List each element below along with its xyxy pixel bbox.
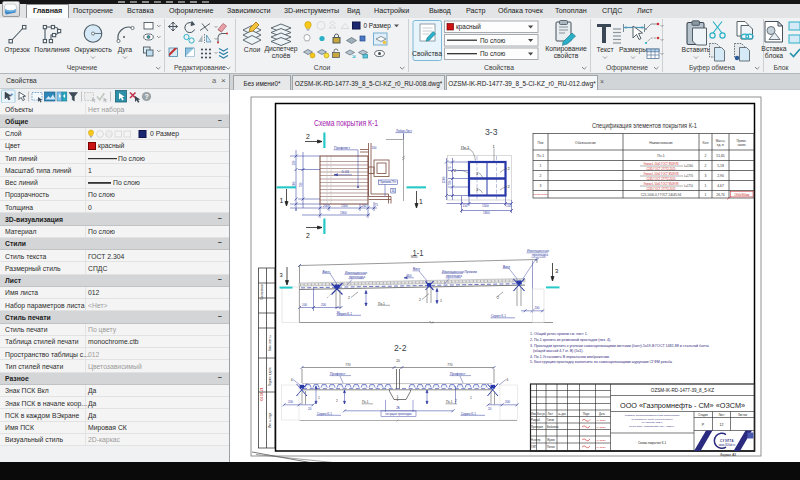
svg-text:Профнастил: Профнастил <box>533 193 548 196</box>
svg-text:3: 3 <box>705 174 707 178</box>
svg-text:блока: блока <box>765 52 784 59</box>
svg-text:1: 1 <box>397 398 399 402</box>
svg-text:Винт: Винт <box>503 265 511 269</box>
svg-text:200: 200 <box>372 146 377 150</box>
svg-text:150: 150 <box>292 160 296 165</box>
svg-text:Отрезок: Отрезок <box>4 46 30 54</box>
svg-text:2Б: 2Б <box>396 406 400 410</box>
svg-text:20: 20 <box>488 407 492 411</box>
svg-text:200: 200 <box>288 400 293 404</box>
svg-text:С245 ГОСТ 27772-2015: С245 ГОСТ 27772-2015 <box>646 187 676 191</box>
svg-text:Подп.: Подп. <box>583 412 590 416</box>
svg-text:770: 770 <box>447 363 453 367</box>
svg-text:1. Общий уклон кровли см. лист: 1. Общий уклон кровли см. лист 1. <box>530 332 588 336</box>
svg-text:1: 1 <box>419 198 423 205</box>
svg-text:770: 770 <box>345 363 351 367</box>
svg-text:3: 3 <box>540 184 542 188</box>
svg-text:04.10.21: 04.10.21 <box>260 387 264 400</box>
svg-text:Винт: Винт <box>413 267 421 271</box>
svg-text:Листов: Листов <box>738 413 748 417</box>
svg-text:(общей массой 4,7 кг. В) (5х1): (общей массой 4,7 кг. В) (5х1). <box>533 349 584 353</box>
svg-text:Пк-1: Пк-1 <box>378 302 385 306</box>
svg-text:6: 6 <box>507 378 509 382</box>
svg-text:Изоляционная: Изоляционная <box>442 270 464 274</box>
svg-text:Профлист: Профлист <box>334 146 350 150</box>
svg-text:3. Прокладки крепить к уголкам: 3. Прокладки крепить к уголкам самонарез… <box>530 344 709 348</box>
svg-text:Взам. инв. №: Взам. инв. № <box>268 335 272 351</box>
svg-text:+: + <box>10 91 13 97</box>
svg-text:Изм: Изм <box>531 412 536 416</box>
svg-text:несущая прокладка: несущая прокладка <box>385 412 412 416</box>
svg-text:200: 200 <box>321 303 326 307</box>
svg-text:0 Размер: 0 Размер <box>364 22 392 30</box>
svg-text:Слои: Слои <box>314 64 331 71</box>
svg-text:04.2021: 04.2021 <box>597 419 607 422</box>
svg-text:По слою: По слою <box>480 37 505 44</box>
svg-text:Профлист: Профлист <box>330 372 346 376</box>
svg-text:Винт: Винт <box>323 270 331 274</box>
svg-text:Согласовано: Согласовано <box>260 284 264 300</box>
svg-text:Бабченко: Бабченко <box>547 425 559 429</box>
svg-text:Окружность: Окружность <box>74 46 112 54</box>
svg-text:слоёв: слоёв <box>272 52 291 59</box>
svg-text:2: 2 <box>419 298 421 302</box>
svg-text:?: ? <box>144 93 148 100</box>
svg-text:Текст: Текст <box>596 46 613 53</box>
svg-text:1: 1 <box>318 396 320 400</box>
svg-text:Серия К-1: Серия К-1 <box>491 314 506 318</box>
svg-text:Схема покрытия К-1: Схема покрытия К-1 <box>638 441 667 445</box>
svg-text:1: 1 <box>705 184 707 188</box>
svg-text:L=1770: L=1770 <box>684 174 694 178</box>
svg-text:1900: 1900 <box>340 211 347 215</box>
svg-text:L=1710: L=1710 <box>684 184 694 188</box>
svg-text:Оформление: Оформление <box>606 64 648 72</box>
svg-text:Пн-1: Пн-1 <box>657 154 664 158</box>
svg-text:3: 3 <box>555 268 558 274</box>
svg-text:Уголок L 50х5 ГОСТ 8509-93: Уголок L 50х5 ГОСТ 8509-93 <box>643 182 679 186</box>
svg-text:Прижим: Прижим <box>465 270 478 274</box>
svg-text:свойств: свойств <box>554 52 579 59</box>
svg-text:L=1560: L=1560 <box>684 164 694 168</box>
svg-text:ед. кг: ед. кг <box>717 143 724 147</box>
svg-text:200: 200 <box>323 204 328 208</box>
svg-text:75: 75 <box>375 203 379 207</box>
svg-text:Формат А3: Формат А3 <box>720 453 736 457</box>
svg-text:прокладка: прокладка <box>532 253 548 257</box>
svg-text:51,65: 51,65 <box>716 154 725 158</box>
svg-text:Попов: Попов <box>547 445 555 449</box>
svg-text:2: 2 <box>705 164 707 168</box>
svg-text:Прижим-Пгт: Прижим-Пгт <box>380 180 397 184</box>
svg-text:04.2021: 04.2021 <box>597 426 607 429</box>
svg-text:Дуга: Дуга <box>118 46 132 54</box>
svg-text:Буфер обмена: Буфер обмена <box>689 64 735 72</box>
svg-text:Инв. № подл.: Инв. № подл. <box>268 412 272 428</box>
svg-text:Пк-1: Пк-1 <box>362 400 369 404</box>
svg-text:Пн-1: Пн-1 <box>537 154 544 158</box>
svg-text:2: 2 <box>306 232 310 239</box>
svg-text:1500: 1500 <box>341 204 348 208</box>
svg-text:Свойства: Свойства <box>412 50 442 57</box>
svg-text:Лист: Лист <box>548 412 554 416</box>
svg-text:Вставка: Вставка <box>761 45 786 52</box>
svg-text:Щ: Щ <box>392 189 395 193</box>
svg-text:3-3: 3-3 <box>485 126 498 137</box>
svg-text:4. По-1 Установить В зеркально: 4. По-1 Установить В зеркальном изображе… <box>530 355 610 359</box>
svg-text:2: 2 <box>336 399 338 403</box>
svg-text:выход ООО «Газпромнефть-СМ» «О: выход ООО «Газпромнефть-СМ» «ОЗСМ» <box>629 425 675 427</box>
svg-text:750: 750 <box>448 180 452 185</box>
svg-text:№ док.: № док. <box>558 413 567 416</box>
svg-text:Голов: Голов <box>547 418 555 422</box>
svg-text:6: 6 <box>291 378 293 382</box>
svg-text:2. По-1 крепить из резиновой п: 2. По-1 крепить из резиновой прокладки (… <box>530 338 611 342</box>
svg-text:Кол.уч: Кол.уч <box>537 412 545 416</box>
svg-text:26,74: 26,74 <box>716 193 725 197</box>
svg-text:прокладка: прокладка <box>446 274 462 278</box>
svg-text:2: 2 <box>306 133 310 140</box>
svg-text:СУЭЛТА: СУЭЛТА <box>720 439 734 443</box>
svg-text:По слою: По слою <box>480 50 505 57</box>
svg-text:Спецификация элементов покрыти: Спецификация элементов покрытия К-1 <box>592 122 697 130</box>
svg-text:20: 20 <box>396 359 400 363</box>
svg-text:Обозначение: Обозначение <box>575 141 596 145</box>
svg-text:ГИП: ГИП <box>531 445 536 449</box>
svg-text:С245 ГОСТ 27772-2015: С245 ГОСТ 27772-2015 <box>646 167 676 171</box>
